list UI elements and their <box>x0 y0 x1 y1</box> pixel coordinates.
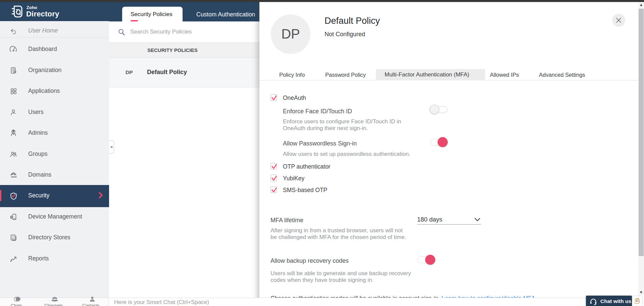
svg-text:www: www <box>11 175 17 178</box>
